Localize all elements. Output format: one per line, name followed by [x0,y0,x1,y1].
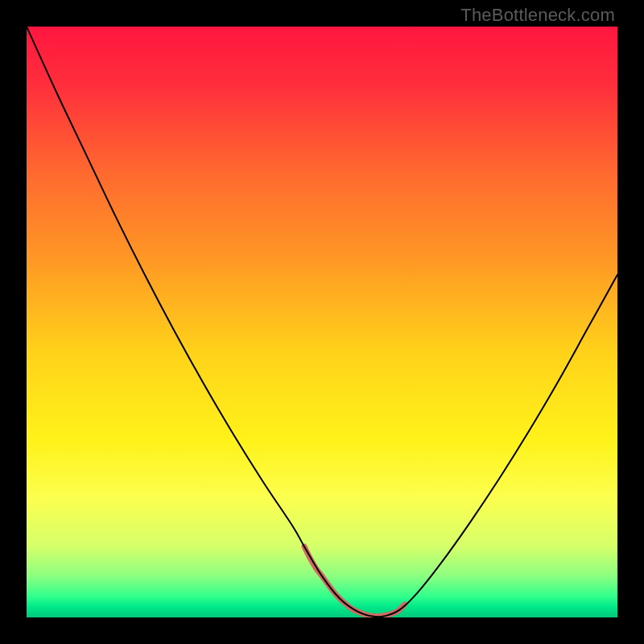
chart-svg [27,27,617,617]
plot-area [27,27,617,617]
chart-frame [27,27,617,617]
watermark-text: TheBottleneck.com [460,5,615,26]
chart-background [27,27,617,617]
